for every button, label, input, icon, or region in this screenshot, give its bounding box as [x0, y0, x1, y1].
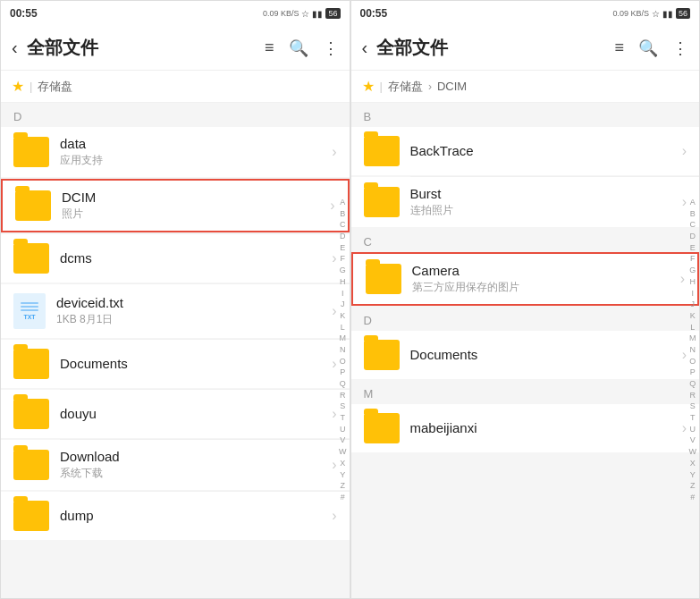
more-icon-left[interactable]: ⋮	[323, 38, 339, 58]
breadcrumb-storage-left[interactable]: 存储盘	[38, 79, 72, 95]
file-info-douyu: douyu	[49, 406, 332, 423]
status-bar-right: 00:55 0.09 KB/S ☆ ▮▮ 56	[351, 1, 700, 26]
wifi-icon-right: ☆	[652, 9, 660, 19]
chevron-dcim: ›	[330, 198, 334, 214]
file-name-download: Download	[60, 449, 332, 464]
star-icon-left[interactable]: ★	[12, 78, 24, 95]
folder-item-mabeijianxi[interactable]: mabeijianxi ›	[351, 404, 700, 452]
section-c-right: C	[351, 228, 700, 252]
breadcrumb-sep-left: |	[30, 80, 32, 93]
back-button-right[interactable]: ‹	[362, 38, 368, 58]
folder-item-dcms[interactable]: dcms ›	[1, 234, 350, 283]
file-meta-deviceid: 1KB 8月1日	[56, 312, 332, 327]
file-info-mabeijianxi: mabeijianxi	[400, 420, 682, 437]
sort-icon-right[interactable]: ≡	[614, 38, 624, 57]
file-name-data: data	[60, 136, 332, 151]
file-name-dump: dump	[60, 508, 332, 523]
more-icon-right[interactable]: ⋮	[672, 38, 688, 58]
folder-item-burst[interactable]: Burst 连拍照片 ›	[351, 177, 700, 227]
file-info-dump: dump	[49, 508, 332, 525]
top-bar-left: ‹ 全部文件 ≡ 🔍 ⋮	[1, 26, 350, 71]
folder-icon-camera	[366, 264, 401, 294]
file-info-data: data 应用支持	[49, 136, 332, 168]
folder-item-dcim[interactable]: DCIM 照片 ›	[1, 179, 350, 232]
breadcrumb-right: ★ | 存储盘 › DCIM	[351, 71, 700, 103]
folder-item-camera[interactable]: Camera 第三方应用保存的图片 ›	[351, 252, 700, 306]
file-item-deviceid[interactable]: TXT deviceid.txt 1KB 8月1日 ›	[1, 284, 350, 338]
folder-icon-burst	[364, 187, 400, 217]
page-title-right: 全部文件	[376, 36, 605, 60]
folder-item-dump[interactable]: dump ›	[1, 492, 350, 540]
file-list-left: D data 应用支持 › DCIM 照片 › dcms	[1, 103, 350, 598]
battery-percent-left: 56	[325, 8, 340, 19]
file-info-download: Download 系统下载	[49, 449, 332, 481]
search-icon-left[interactable]: 🔍	[289, 38, 308, 58]
file-info-dcms: dcms	[49, 250, 332, 267]
file-info-documents-right: Documents	[400, 347, 682, 364]
file-name-deviceid: deviceid.txt	[56, 295, 332, 310]
file-name-douyu: douyu	[60, 406, 332, 421]
file-info-deviceid: deviceid.txt 1KB 8月1日	[46, 295, 332, 327]
top-bar-right: ‹ 全部文件 ≡ 🔍 ⋮	[351, 26, 700, 71]
file-meta-camera: 第三方应用保存的图片	[412, 280, 680, 295]
folder-item-documents-left[interactable]: Documents ›	[1, 340, 350, 388]
file-info-backtrace: BackTrace	[400, 143, 682, 160]
file-name-documents-left: Documents	[60, 356, 332, 371]
breadcrumb-dcim[interactable]: DCIM	[437, 80, 467, 93]
file-info-burst: Burst 连拍照片	[400, 186, 682, 218]
back-button-left[interactable]: ‹	[12, 38, 18, 58]
file-meta-download: 系统下载	[60, 466, 332, 481]
search-icon-right[interactable]: 🔍	[638, 38, 658, 58]
file-info-documents-left: Documents	[49, 356, 332, 373]
folder-item-douyu[interactable]: douyu ›	[1, 390, 350, 438]
alpha-index-right: A B C D E F G H I J K L M N O P Q R S T …	[687, 194, 700, 507]
folder-icon-dump	[13, 501, 49, 531]
folder-icon-mabeijianxi	[364, 413, 400, 443]
file-name-dcms: dcms	[60, 250, 332, 266]
battery-icon-right: ▮▮	[662, 9, 673, 19]
status-icons-right: 0.09 KB/S ☆ ▮▮ 56	[612, 8, 690, 19]
status-time-left: 00:55	[10, 7, 38, 20]
file-name-dcim: DCIM	[62, 190, 330, 205]
status-time-right: 00:55	[360, 7, 388, 20]
file-info-dcim: DCIM 照片	[51, 190, 330, 222]
top-icons-left: ≡ 🔍 ⋮	[265, 38, 339, 58]
chevron-dump: ›	[332, 508, 336, 524]
folder-icon-dcim	[15, 190, 51, 221]
right-panel: 00:55 0.09 KB/S ☆ ▮▮ 56 ‹ 全部文件 ≡ 🔍 ⋮ ★ |…	[350, 0, 701, 599]
folder-icon-dcms	[13, 243, 49, 274]
section-b-right: B	[351, 103, 700, 127]
signal-left: 0.09 KB/S	[263, 9, 299, 18]
file-name-burst: Burst	[410, 186, 682, 201]
file-name-mabeijianxi: mabeijianxi	[410, 420, 682, 435]
folder-icon-data	[13, 137, 49, 167]
section-m-right: M	[351, 380, 700, 404]
file-info-camera: Camera 第三方应用保存的图片	[401, 263, 680, 295]
file-name-backtrace: BackTrace	[410, 143, 682, 158]
breadcrumb-arrow-right: ›	[428, 80, 432, 93]
file-meta-data: 应用支持	[60, 153, 332, 168]
file-meta-burst: 连拍照片	[410, 203, 682, 218]
star-icon-right[interactable]: ★	[362, 78, 375, 95]
breadcrumb-storage-right[interactable]: 存储盘	[388, 79, 423, 95]
top-icons-right: ≡ 🔍 ⋮	[614, 38, 688, 58]
breadcrumb-sep-right: |	[380, 80, 383, 93]
sort-icon-left[interactable]: ≡	[265, 38, 274, 57]
folder-icon-documents-left	[13, 349, 49, 379]
breadcrumb-left: ★ | 存储盘	[1, 71, 350, 103]
file-name-documents-right: Documents	[410, 347, 682, 362]
chevron-data: ›	[332, 144, 336, 160]
page-title-left: 全部文件	[27, 36, 256, 60]
status-icons-left: 0.09 KB/S ☆ ▮▮ 56	[263, 8, 341, 19]
signal-right: 0.09 KB/S	[612, 9, 649, 18]
folder-item-documents-right[interactable]: Documents ›	[351, 331, 700, 379]
battery-percent-right: 56	[676, 8, 690, 19]
battery-icon-left: ▮▮	[312, 9, 323, 19]
alpha-index-left: A B C D E F G H I J K L M N O P Q R S T …	[336, 194, 350, 507]
file-meta-dcim: 照片	[62, 207, 330, 222]
folder-item-data[interactable]: data 应用支持 ›	[1, 127, 350, 177]
folder-icon-douyu	[13, 399, 49, 429]
folder-item-backtrace[interactable]: BackTrace ›	[351, 127, 700, 175]
folder-item-download[interactable]: Download 系统下载 ›	[1, 440, 350, 490]
folder-icon-backtrace	[364, 136, 400, 166]
